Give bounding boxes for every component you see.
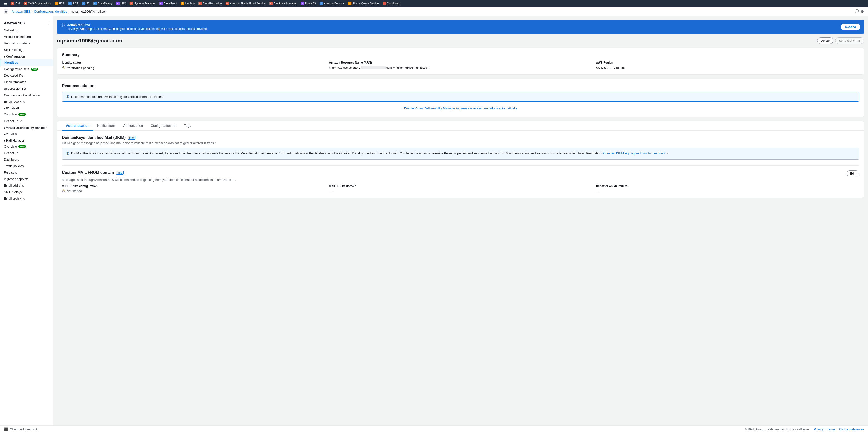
sidebar-item-mm-smtp-relays[interactable]: SMTP relays: [0, 189, 53, 195]
sidebar-item-mm-dashboard[interactable]: Dashboard: [0, 156, 53, 163]
nav-s3[interactable]: S S3: [81, 1, 91, 5]
summary-card: Summary Identity status ⏱ Verification p…: [57, 48, 864, 75]
sidebar-item-reputation-metrics[interactable]: Reputation metrics: [0, 40, 53, 47]
privacy-link[interactable]: Privacy: [814, 428, 824, 431]
tab-authorization[interactable]: Authorization: [119, 121, 147, 131]
nav-aws-org[interactable]: A AWS Organizations: [22, 1, 53, 5]
nav-ses[interactable]: @ Amazon Simple Email Service: [224, 1, 267, 5]
send-test-email-button[interactable]: Send test email: [835, 37, 864, 44]
mail-from-config-col: MAIL FROM configuration ⏱ Not started: [62, 184, 325, 193]
settings-icon-button[interactable]: ⚙: [861, 9, 864, 14]
sidebar: Amazon SES ‹ Get set up Account dashboar…: [0, 17, 53, 425]
vdm-link[interactable]: Enable Virtual Deliverability Manager to…: [62, 105, 859, 112]
summary-grid: Identity status ⏱ Verification pending A…: [62, 61, 859, 70]
mail-from-config-value: ⏱ Not started: [62, 189, 325, 193]
action-banner-description: To verify ownership of this identity, ch…: [67, 27, 208, 31]
nav-lambda[interactable]: λ Lambda: [179, 1, 196, 5]
behavior-value: —: [596, 189, 859, 193]
not-started-icon: ⏱: [62, 189, 65, 193]
tabs-card-wrapper: Authentication Notifications Authorizati…: [57, 121, 864, 198]
info-icon-button[interactable]: ⓘ: [855, 9, 859, 14]
dkim-info-icon: ⓘ: [66, 151, 69, 156]
tab-tags[interactable]: Tags: [180, 121, 195, 131]
region-col: AWS Region US East (N. Virginia): [596, 61, 859, 70]
sidebar-item-workmail-get-set-up[interactable]: Get set up ↗: [0, 118, 53, 124]
sidebar-item-mm-traffic[interactable]: Traffic policies: [0, 163, 53, 169]
tab-notifications[interactable]: Notifications: [93, 121, 119, 131]
nav-route53[interactable]: R Route 53: [299, 1, 317, 5]
mail-from-edit-button[interactable]: Edit: [846, 171, 859, 177]
nav-vpc[interactable]: V VPC: [115, 1, 128, 5]
nav-cloudfront[interactable]: C CloudFront: [158, 1, 178, 5]
sidebar-item-dedicated-ips[interactable]: Dedicated IPs: [0, 72, 53, 79]
sidebar-item-identities[interactable]: Identities: [0, 59, 53, 66]
nav-systems-manager[interactable]: S Systems Manager: [128, 1, 157, 5]
tab-authentication[interactable]: Authentication: [62, 121, 93, 131]
sidebar-section-configuration[interactable]: ▾ Configuration: [0, 53, 53, 59]
sidebar-item-mm-email-archiving[interactable]: Email archiving: [0, 195, 53, 202]
arn-label: Amazon Resource Name (ARN): [329, 61, 592, 64]
footer-right: © 2024, Amazon Web Services, Inc. or its…: [745, 428, 864, 431]
terms-link[interactable]: Terms: [827, 428, 835, 431]
feedback-button[interactable]: Feedback: [25, 428, 38, 431]
resend-button[interactable]: Resend: [841, 24, 860, 30]
new-badge-workmail-overview: New: [18, 113, 26, 116]
sidebar-item-get-set-up[interactable]: Get set up: [0, 27, 53, 33]
breadcrumb-ses-link[interactable]: Amazon SES: [11, 10, 30, 13]
cloudshell-icon: ⬛: [4, 428, 8, 431]
sm-icon: S: [130, 2, 133, 5]
mail-from-domain-label: MAIL FROM domain: [329, 184, 592, 188]
nav-bedrock[interactable]: B Amazon Bedrock: [318, 1, 346, 5]
nav-cloudwatch[interactable]: C CloudWatch: [381, 1, 403, 5]
r53-icon: R: [301, 2, 304, 5]
nav-cloudformation[interactable]: C CloudFormation: [197, 1, 223, 5]
cloudshell-button[interactable]: CloudShell: [10, 428, 24, 431]
sidebar-item-mm-ingress[interactable]: Ingress endpoints: [0, 176, 53, 182]
sidebar-title: Amazon SES ‹: [0, 19, 53, 27]
sidebar-item-cross-account[interactable]: Cross-account notifications: [0, 92, 53, 98]
tab-configuration-set[interactable]: Configuration set: [147, 121, 180, 131]
sidebar-item-account-dashboard[interactable]: Account dashboard: [0, 33, 53, 40]
sidebar-item-email-templates[interactable]: Email templates: [0, 79, 53, 85]
delete-button[interactable]: Delete: [817, 37, 834, 44]
sidebar-item-suppression-list[interactable]: Suppression list: [0, 85, 53, 92]
sidebar-section-workmail[interactable]: ▾ WorkMail: [0, 105, 53, 111]
dkim-learn-more-link[interactable]: inherited DKIM signing and how to overri…: [603, 151, 665, 155]
sidebar-item-workmail-overview[interactable]: Overview New: [0, 111, 53, 118]
behavior-col: Behavior on MX failure —: [596, 184, 859, 193]
copy-icon[interactable]: ⎘: [329, 66, 331, 69]
sidebar-section-mailmanager[interactable]: ▾ Mail Manager: [0, 137, 53, 143]
sidebar-item-smtp-settings[interactable]: SMTP settings: [0, 47, 53, 53]
mail-from-domain-value: —: [329, 189, 592, 193]
sidebar-item-mm-email-addons[interactable]: Email add-ons: [0, 182, 53, 189]
dkim-info-tag[interactable]: Info: [128, 136, 135, 140]
nav-rds[interactable]: R RDS: [67, 1, 80, 5]
sidebar-item-email-receiving[interactable]: Email receiving: [0, 98, 53, 105]
sidebar-item-mm-overview[interactable]: Overview New: [0, 143, 53, 150]
cf-icon: C: [159, 2, 163, 5]
nav-cert-manager[interactable]: C Certificate Manager: [268, 1, 298, 5]
sidebar-toggle-button[interactable]: ☰: [4, 9, 8, 14]
s3-icon: S: [82, 2, 85, 5]
sidebar-collapse-button[interactable]: ‹: [48, 21, 49, 25]
sidebar-item-vdm-overview[interactable]: Overview: [0, 130, 53, 137]
sidebar-item-configuration-sets[interactable]: Configuration sets New: [0, 66, 53, 72]
sidebar-section-vdm[interactable]: ▾ Virtual Deliverability Manager: [0, 124, 53, 130]
breadcrumb-bar: ☰ Amazon SES › Configuration: Identities…: [0, 7, 868, 17]
nav-iam[interactable]: I IAM: [9, 1, 21, 5]
new-badge-mm-overview: New: [18, 145, 26, 148]
sidebar-item-mm-get-set-up[interactable]: Get set up: [0, 150, 53, 156]
nav-codedeploy[interactable]: C CodeDeploy: [92, 1, 114, 5]
nav-menu-button[interactable]: ☰: [2, 1, 8, 6]
breadcrumb-identities-link[interactable]: Configuration: Identities: [34, 10, 67, 13]
cookie-preferences-link[interactable]: Cookie preferences: [839, 428, 864, 431]
mail-from-info-tag[interactable]: Info: [116, 171, 124, 175]
nav-ec2[interactable]: E EC2: [53, 1, 66, 5]
new-badge-configuration-sets: New: [31, 67, 38, 71]
sidebar-item-mm-rule-sets[interactable]: Rule sets: [0, 169, 53, 176]
dkim-section: DomainKeys Identified Mail (DKIM) Info D…: [62, 135, 859, 160]
dkim-title-row: DomainKeys Identified Mail (DKIM) Info: [62, 135, 859, 140]
iam-icon: I: [10, 2, 14, 5]
codedeploy-icon: C: [93, 2, 97, 5]
nav-sqs[interactable]: S Simple Queue Service: [346, 1, 380, 5]
